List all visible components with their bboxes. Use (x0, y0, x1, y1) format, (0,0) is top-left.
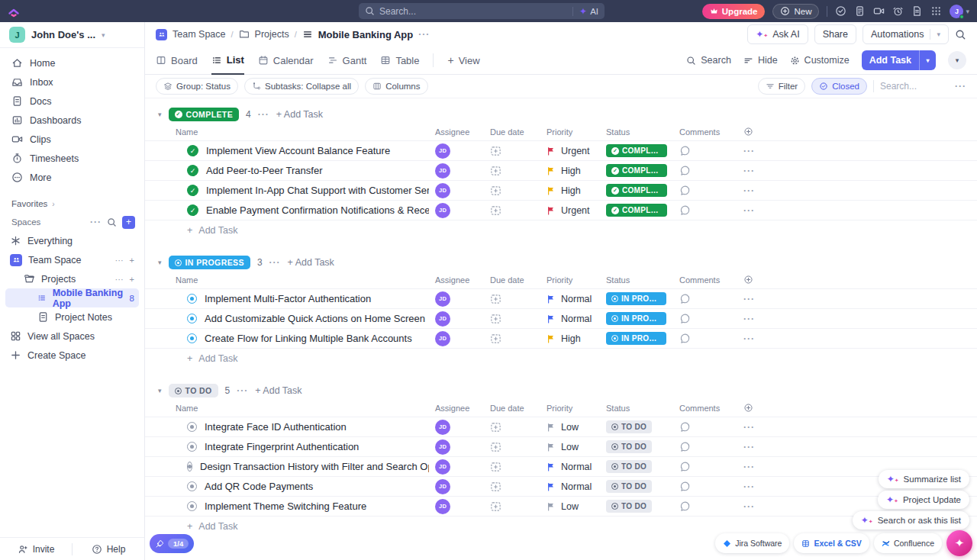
column-header-priority[interactable]: Priority (540, 127, 600, 137)
apps-grid-icon[interactable] (930, 5, 942, 17)
task-status-icon[interactable]: ✓ (187, 145, 198, 156)
record-clip-icon[interactable] (873, 5, 885, 17)
status-cell[interactable]: IN PROGRESS (600, 292, 673, 305)
assignee-cell[interactable]: JD (429, 479, 484, 494)
column-header-name[interactable]: Name (145, 404, 429, 413)
workspace-switcher[interactable]: J John Doe's ... ▾ (0, 22, 144, 48)
assignee-cell[interactable]: JD (429, 291, 484, 307)
assignee-cell[interactable]: JD (429, 439, 484, 455)
more-icon[interactable]: ··· (115, 275, 124, 284)
priority-cell[interactable]: Urgent (540, 205, 600, 216)
row-more-icon[interactable]: ··· (737, 422, 768, 433)
column-header-name[interactable]: Name (145, 275, 429, 285)
add-task-button[interactable]: Add Task ▾ (862, 50, 936, 70)
status-badge[interactable]: IN PROGRESS (606, 312, 666, 325)
breadcrumb-projects[interactable]: Projects (255, 29, 289, 40)
sidebar-item-projects[interactable]: Projects ···+ (5, 269, 139, 288)
sidebar-item-everything[interactable]: Everything (5, 231, 139, 250)
task-status-icon[interactable] (187, 442, 197, 452)
column-header-comments[interactable]: Comments (673, 404, 737, 413)
breadcrumb-team-space[interactable]: Team Space (173, 29, 225, 40)
column-header-assignee[interactable]: Assignee (429, 127, 484, 137)
task-status-icon[interactable]: ✓ (187, 204, 198, 216)
assignee-cell[interactable]: JD (429, 183, 484, 198)
invite-button[interactable]: Invite (0, 544, 72, 555)
confluence-button[interactable]: Confluence (874, 533, 942, 553)
status-cell[interactable]: TO DO (600, 480, 673, 493)
column-header-comments[interactable]: Comments (673, 127, 737, 137)
group-by-pill[interactable]: Group: Status (156, 78, 238, 95)
add-space-button[interactable]: + (122, 216, 135, 229)
status-cell[interactable]: TO DO (600, 460, 673, 473)
status-badge[interactable]: TO DO (606, 440, 652, 453)
status-cell[interactable]: ✓COMPLETE (600, 184, 673, 197)
group-add-task-button[interactable]: + Add Task (255, 385, 301, 396)
sidebar-item-dashboards[interactable]: Dashboards (7, 111, 137, 130)
status-badge[interactable]: IN PROGRESS (606, 332, 666, 345)
status-badge[interactable]: TO DO (606, 500, 652, 513)
status-badge[interactable]: ✓COMPLETE (606, 204, 667, 217)
assignee-cell[interactable]: JD (429, 203, 484, 218)
comments-cell[interactable] (673, 481, 737, 492)
plus-icon[interactable]: + (130, 256, 134, 265)
task-row[interactable]: ✓Implement In-App Chat Support with Cust… (145, 181, 977, 201)
sidebar-item-home[interactable]: Home (7, 53, 137, 72)
group-add-task-button[interactable]: + Add Task (288, 257, 334, 268)
collapse-caret-icon[interactable]: ▾ (158, 387, 162, 394)
add-task-row[interactable]: +Add Task (145, 220, 977, 240)
sidebar-item-docs[interactable]: Docs (7, 92, 137, 111)
row-more-icon[interactable]: ··· (737, 501, 768, 512)
tab-list[interactable]: List (211, 47, 244, 75)
task-row[interactable]: Implement Theme Switching FeatureJDLowTO… (145, 497, 977, 517)
due-date-cell[interactable] (484, 185, 540, 196)
excel-csv-button[interactable]: Excel & CSV (794, 533, 869, 553)
status-cell[interactable]: ✓COMPLETE (600, 144, 673, 157)
due-date-cell[interactable] (484, 441, 540, 452)
add-task-dropdown[interactable]: ▾ (919, 50, 936, 70)
group-add-task-button[interactable]: + Add Task (276, 109, 323, 120)
column-header-status[interactable]: Status (600, 404, 673, 413)
priority-cell[interactable]: Normal (540, 314, 600, 324)
assignee-cell[interactable]: JD (429, 331, 484, 346)
comments-cell[interactable] (673, 204, 737, 216)
assignee-cell[interactable]: JD (429, 459, 484, 475)
status-cell[interactable]: TO DO (600, 420, 673, 433)
hide-button[interactable]: Hide (743, 55, 778, 66)
task-status-icon[interactable] (187, 294, 197, 304)
column-header-priority[interactable]: Priority (540, 275, 600, 285)
row-more-icon[interactable]: ··· (737, 185, 768, 196)
ai-button[interactable]: ✦AI (572, 7, 598, 16)
row-more-icon[interactable]: ··· (737, 294, 768, 304)
comments-cell[interactable] (673, 421, 737, 433)
priority-cell[interactable]: Normal (540, 294, 600, 304)
row-more-icon[interactable]: ··· (737, 314, 768, 324)
closed-pill[interactable]: Closed (811, 78, 867, 95)
group-status-badge[interactable]: ✓COMPLETE (169, 108, 240, 121)
upgrade-button[interactable]: Upgrade (702, 4, 766, 19)
search-tasks-button[interactable]: Search (686, 55, 731, 66)
group-status-badge[interactable]: IN PROGRESS (169, 256, 250, 269)
sidebar-item-more[interactable]: More (7, 168, 137, 187)
priority-cell[interactable]: Normal (540, 462, 600, 472)
sidebar-item-inbox[interactable]: Inbox (7, 72, 137, 92)
row-more-icon[interactable]: ··· (737, 462, 768, 472)
priority-cell[interactable]: Low (540, 422, 600, 433)
add-column-button[interactable] (737, 275, 768, 285)
new-button[interactable]: New (772, 4, 819, 19)
task-row[interactable]: Integrate Face ID AuthenticationJDLowTO … (145, 417, 977, 437)
due-date-cell[interactable] (484, 333, 540, 344)
task-status-icon[interactable]: ✓ (187, 165, 198, 176)
status-cell[interactable]: IN PROGRESS (600, 312, 673, 325)
add-task-row[interactable]: +Add Task (145, 349, 977, 369)
row-more-icon[interactable]: ··· (737, 333, 768, 344)
group-more-icon[interactable]: ··· (258, 109, 269, 120)
share-button[interactable]: Share (814, 24, 856, 44)
task-status-icon[interactable] (187, 462, 192, 471)
task-row[interactable]: Add Customizable Quick Actions on Home S… (145, 309, 977, 329)
sidebar-item-clips[interactable]: Clips (7, 130, 137, 149)
priority-cell[interactable]: High (540, 333, 600, 344)
add-view-button[interactable]: +View (447, 47, 479, 74)
reminder-clock-icon[interactable] (892, 5, 904, 17)
status-cell[interactable]: ✓COMPLETE (600, 164, 673, 177)
due-date-cell[interactable] (484, 461, 540, 472)
